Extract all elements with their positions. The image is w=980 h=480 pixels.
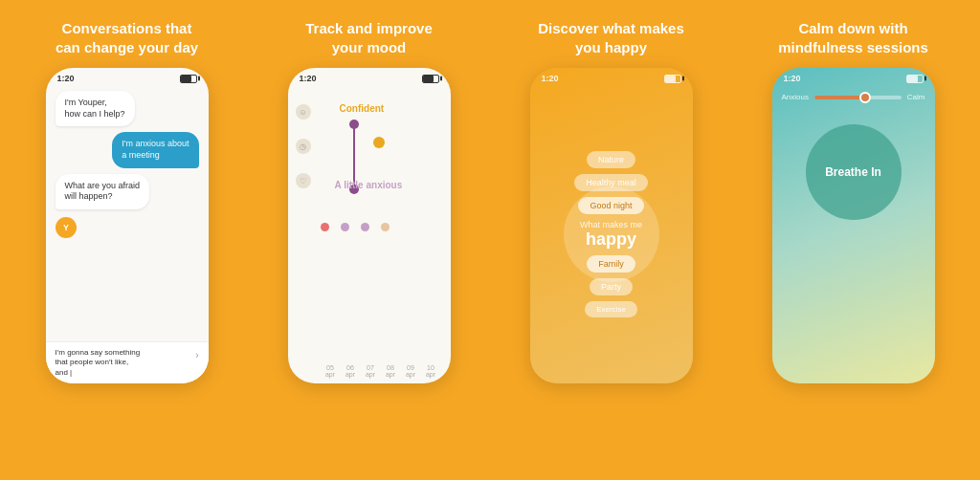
x-label-1: 05apr (325, 364, 335, 378)
happy-center: What makes me happy (580, 220, 642, 250)
svg-text:Y: Y (62, 223, 68, 232)
chart-label-anxious: A little anxious (335, 180, 403, 190)
phone-mood: 1:20 ☺ ◷ ♡ Confident A little anxious (288, 68, 451, 383)
panel-breathe: Calm down with mindfulness sessions 1:20… (736, 19, 970, 470)
x-label-5: 09apr (406, 364, 415, 378)
tag-family[interactable]: Family (587, 255, 635, 273)
chat-input-text: I'm gonna say something that people won'… (56, 348, 196, 378)
chart-line (353, 124, 355, 186)
panel-chat-title: Conversations that can change your day (56, 19, 198, 56)
chart-label-confident: Confident (340, 103, 385, 114)
chart-content: Confident A little anxious 05apr 06ap (321, 89, 441, 383)
slider-label-anxious: Anxious (782, 93, 809, 101)
chart-area: ☺ ◷ ♡ Confident A little anxious (288, 85, 451, 383)
mood-slider-track[interactable] (814, 96, 902, 99)
tag-party[interactable]: Party (590, 278, 633, 295)
chart-icon-3: ♡ (296, 173, 311, 188)
phone-happy-time: 1:20 (542, 74, 559, 83)
battery-icon-2 (422, 75, 439, 83)
x-label-3: 07apr (366, 364, 375, 378)
phone-status-bar: 1:20 (46, 68, 209, 85)
youper-avatar-icon: Y (56, 217, 77, 238)
x-label-2: 06apr (345, 364, 355, 378)
tag-nature[interactable]: Nature (587, 151, 635, 168)
phone-happy-status: 1:20 (530, 68, 693, 85)
chart-dots-bottom (321, 223, 390, 231)
battery-icon-4 (906, 75, 924, 83)
chart-icon-1: ☺ (296, 104, 311, 120)
chart-icons-left: ☺ ◷ ♡ (296, 104, 311, 188)
phone-breathe: 1:20 Anxious Calm Breathe In (772, 68, 935, 383)
slider-thumb[interactable] (859, 92, 871, 103)
phone-time: 1:20 (57, 74, 75, 83)
tag-good-night[interactable]: Good night (578, 197, 643, 214)
phone-happy: 1:20 Nature Healthy meal Good night What… (530, 68, 693, 383)
battery-icon (180, 75, 197, 83)
phone-mood-time: 1:20 (300, 74, 317, 83)
dot-red (321, 223, 329, 231)
send-arrow-icon[interactable]: › (195, 350, 198, 360)
slider-label-calm: Calm (907, 93, 925, 101)
main-container: Conversations that can change your day 1… (0, 0, 980, 480)
happy-area: Nature Healthy meal Good night What make… (530, 85, 693, 383)
breathe-in-label: Breathe In (825, 165, 881, 179)
dot-peach (381, 223, 390, 231)
panel-mood: Track and improve your mood 1:20 ☺ ◷ ♡ C… (252, 19, 486, 470)
slider-row: Anxious Calm (782, 93, 925, 101)
x-label-4: 08apr (386, 364, 395, 378)
panel-mood-title: Track and improve your mood (305, 19, 433, 56)
chart-x-labels: 05apr 06apr 07apr 08apr 09apr 10apr (321, 364, 441, 378)
happy-main-text: happy (580, 229, 642, 250)
breathe-circle[interactable]: Breathe In (806, 124, 902, 220)
panel-happy: Discover what makes you happy 1:20 Natur… (494, 19, 728, 470)
panel-happy-title: Discover what makes you happy (538, 19, 684, 56)
battery-icon-3 (664, 75, 681, 83)
phone-breathe-status: 1:20 (772, 68, 935, 85)
chat-bubble-1: I'm Youper,how can I help? (56, 91, 135, 126)
tag-exercise[interactable]: Exercise (585, 301, 637, 317)
phone-chat: 1:20 I'm Youper,how can I help? I'm anxi… (46, 68, 209, 383)
chat-bubble-2: I'm anxious abouta meeting (112, 132, 198, 167)
happy-sub-text: What makes me (580, 220, 642, 229)
panel-chat: Conversations that can change your day 1… (10, 19, 244, 470)
phone-mood-status: 1:20 (288, 68, 451, 85)
chart-icon-2: ◷ (296, 139, 311, 154)
breathe-area: Anxious Calm Breathe In (772, 85, 935, 383)
x-label-6: 10apr (426, 364, 435, 378)
dot-purple (341, 223, 349, 231)
dot-purple-2 (361, 223, 369, 231)
chart-dot-orange (373, 137, 385, 148)
tag-healthy-meal[interactable]: Healthy meal (574, 174, 648, 191)
chat-input-area[interactable]: I'm gonna say something that people won'… (46, 341, 209, 383)
chat-bubble-3: What are you afraidwill happen? (56, 174, 150, 209)
chat-area: I'm Youper,how can I help? I'm anxious a… (46, 85, 209, 341)
panel-breathe-title: Calm down with mindfulness sessions (778, 19, 928, 56)
phone-breathe-time: 1:20 (784, 74, 801, 83)
